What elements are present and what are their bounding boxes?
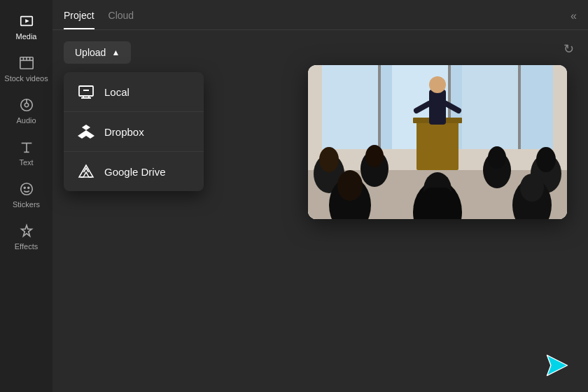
svg-point-44 — [536, 147, 556, 172]
sidebar-media-label: Media — [16, 32, 37, 41]
sidebar-text-label: Text — [19, 158, 33, 167]
google-drive-label: Google Drive — [104, 166, 166, 178]
sidebar-item-audio[interactable]: Audio — [0, 90, 52, 132]
audio-icon — [18, 97, 35, 113]
media-icon — [18, 13, 35, 29]
svg-rect-17 — [79, 86, 93, 96]
svg-point-42 — [488, 146, 506, 169]
tab-cloud[interactable]: Cloud — [108, 10, 134, 29]
sidebar-item-stickers[interactable]: Stickers — [0, 174, 52, 216]
dropbox-icon — [78, 123, 94, 140]
svg-point-46 — [337, 170, 363, 201]
preview-image — [308, 65, 567, 219]
google-drive-icon — [78, 163, 94, 180]
svg-marker-52 — [547, 355, 567, 375]
svg-rect-24 — [322, 65, 378, 149]
sidebar-item-media[interactable]: Media — [0, 6, 52, 48]
preview-card — [308, 65, 567, 219]
main-panel: Project Cloud « Upload ▲ ↻ — [52, 0, 588, 392]
effects-icon — [18, 223, 35, 239]
svg-marker-16 — [21, 225, 31, 237]
local-icon — [78, 83, 94, 100]
svg-rect-33 — [429, 90, 446, 125]
dropbox-label: Dropbox — [104, 126, 144, 138]
svg-rect-26 — [462, 65, 518, 149]
upload-button[interactable]: Upload ▲ — [64, 41, 131, 64]
svg-point-8 — [24, 103, 29, 107]
sidebar-effects-label: Effects — [15, 242, 38, 251]
collapse-icon[interactable]: « — [570, 10, 577, 29]
dropdown-item-dropbox[interactable]: Dropbox — [64, 112, 204, 152]
sidebar-item-stock-videos[interactable]: Stock videos — [0, 48, 52, 90]
svg-rect-49 — [424, 188, 451, 219]
sidebar-audio-label: Audio — [16, 116, 36, 125]
content-area: Upload ▲ ↻ Local — [52, 30, 588, 392]
sidebar-item-effects[interactable]: Effects — [0, 216, 52, 258]
upload-chevron: ▲ — [111, 48, 120, 57]
local-label: Local — [104, 86, 130, 98]
refresh-icon[interactable]: ↻ — [564, 41, 574, 57]
upload-label: Upload — [75, 47, 106, 58]
sidebar: Media Stock videos Audio — [0, 0, 52, 392]
svg-point-38 — [319, 147, 339, 172]
dropdown-item-local[interactable]: Local — [64, 72, 204, 112]
text-icon — [18, 139, 35, 155]
svg-point-15 — [27, 187, 29, 188]
stock-videos-icon — [18, 55, 35, 71]
play-cursor — [543, 351, 571, 382]
sidebar-stickers-label: Stickers — [13, 200, 40, 209]
sidebar-stock-label: Stock videos — [4, 74, 48, 83]
svg-point-40 — [365, 145, 384, 167]
svg-rect-31 — [416, 121, 458, 170]
svg-point-34 — [429, 76, 446, 93]
svg-rect-27 — [378, 65, 381, 149]
svg-marker-1 — [25, 19, 29, 23]
svg-rect-29 — [518, 65, 521, 149]
sidebar-item-text[interactable]: Text — [0, 132, 52, 174]
svg-point-14 — [24, 187, 25, 188]
tab-project[interactable]: Project — [64, 10, 94, 29]
header-tabs: Project Cloud « — [52, 0, 588, 30]
dropdown-item-google-drive[interactable]: Google Drive — [64, 152, 204, 191]
stickers-icon — [18, 181, 35, 197]
svg-point-13 — [20, 183, 32, 195]
upload-dropdown: Local Dropbox Google D — [64, 72, 204, 191]
tabs-left: Project Cloud — [64, 10, 134, 29]
svg-point-51 — [520, 174, 544, 202]
